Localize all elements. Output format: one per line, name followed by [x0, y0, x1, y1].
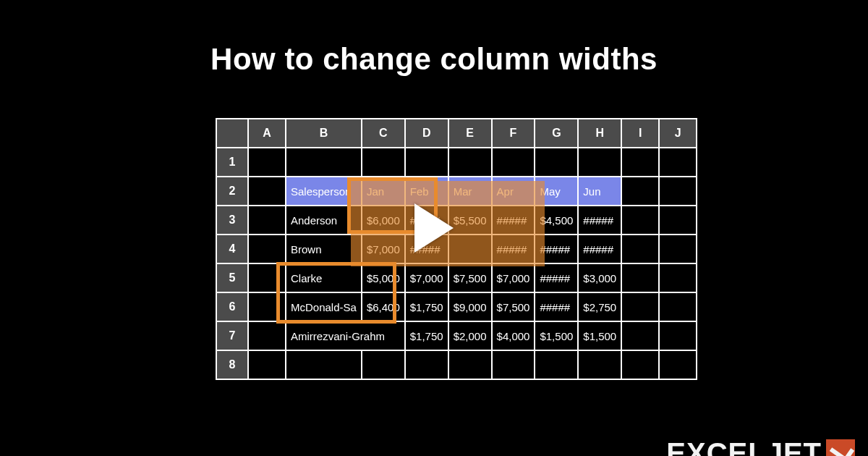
cell-salesperson[interactable]: McDonald-Sa	[286, 292, 362, 321]
cell[interactable]	[621, 206, 659, 235]
col-header-F[interactable]: F	[492, 119, 535, 148]
cell[interactable]	[362, 148, 405, 177]
cell-value[interactable]: $7,000	[405, 263, 448, 292]
col-header-B[interactable]: B	[286, 119, 362, 148]
cell[interactable]	[659, 263, 697, 292]
cell-salesperson[interactable]: Amirrezvani-Grahm	[286, 321, 362, 350]
cell-value[interactable]	[362, 321, 405, 350]
row-header-1[interactable]: 1	[216, 148, 248, 177]
cell[interactable]	[492, 148, 535, 177]
select-all-corner[interactable]	[216, 119, 248, 148]
cell[interactable]	[621, 350, 659, 379]
header-month[interactable]: May	[535, 177, 578, 206]
cell[interactable]	[621, 148, 659, 177]
cell-value[interactable]: $2,750	[578, 292, 621, 321]
cell[interactable]	[621, 292, 659, 321]
col-header-J[interactable]: J	[659, 119, 697, 148]
play-button[interactable]	[414, 203, 454, 253]
col-header-D[interactable]: D	[405, 119, 448, 148]
cell-value[interactable]: $2,000	[448, 321, 492, 350]
cell[interactable]	[448, 350, 492, 379]
cell-value[interactable]: #####	[535, 292, 578, 321]
row-header-7[interactable]: 7	[216, 321, 248, 350]
cell[interactable]	[248, 235, 286, 263]
cell[interactable]	[659, 350, 697, 379]
header-month[interactable]: Jan	[362, 177, 405, 206]
row-header-8[interactable]: 8	[216, 350, 248, 379]
cell[interactable]	[621, 177, 659, 206]
cell-value[interactable]: $7,000	[362, 235, 405, 263]
cell[interactable]	[578, 148, 621, 177]
row-header-4[interactable]: 4	[216, 235, 248, 263]
cell[interactable]	[621, 263, 659, 292]
col-header-G[interactable]: G	[535, 119, 578, 148]
cell-value[interactable]: $1,750	[405, 321, 448, 350]
col-header-H[interactable]: H	[578, 119, 621, 148]
cell[interactable]	[621, 321, 659, 350]
col-header-C[interactable]: C	[362, 119, 405, 148]
cell-value[interactable]: $5,500	[448, 206, 492, 235]
cell-value[interactable]: $3,000	[578, 263, 621, 292]
cell-value[interactable]: $7,500	[448, 263, 492, 292]
cell[interactable]	[448, 148, 492, 177]
cell[interactable]	[248, 292, 286, 321]
cell[interactable]	[362, 350, 405, 379]
cell[interactable]	[659, 292, 697, 321]
cell[interactable]	[535, 350, 578, 379]
row-header-2[interactable]: 2	[216, 177, 248, 206]
cell-value[interactable]: $9,000	[448, 292, 492, 321]
header-month[interactable]: Feb	[405, 177, 448, 206]
cell[interactable]	[248, 206, 286, 235]
col-header-I[interactable]: I	[621, 119, 659, 148]
cell-value[interactable]: #####	[492, 235, 535, 263]
cell[interactable]	[535, 148, 578, 177]
cell[interactable]	[248, 263, 286, 292]
cell[interactable]	[578, 350, 621, 379]
cell[interactable]	[248, 321, 286, 350]
cell-value[interactable]: $5,000	[362, 263, 405, 292]
cell-value[interactable]: #####	[578, 235, 621, 263]
cell[interactable]	[248, 177, 286, 206]
cell[interactable]	[286, 350, 362, 379]
cell[interactable]	[659, 321, 697, 350]
cell-value[interactable]: #####	[535, 235, 578, 263]
brand-logo: EXCELJET	[666, 437, 855, 456]
cell-value[interactable]: $1,750	[405, 292, 448, 321]
cell[interactable]	[248, 350, 286, 379]
cell-value[interactable]: $7,500	[492, 292, 535, 321]
row-header-6[interactable]: 6	[216, 292, 248, 321]
cell-salesperson[interactable]: Clarke	[286, 263, 362, 292]
cell-salesperson[interactable]: Anderson	[286, 206, 362, 235]
cell-value[interactable]: $6,000	[362, 206, 405, 235]
header-month[interactable]: Mar	[448, 177, 492, 206]
col-header-A[interactable]: A	[248, 119, 286, 148]
header-month[interactable]: Jun	[578, 177, 621, 206]
cell-value[interactable]: $4,500	[535, 206, 578, 235]
cell-value[interactable]: #####	[492, 206, 535, 235]
cell-salesperson[interactable]: Brown	[286, 235, 362, 263]
cell-value[interactable]: #####	[535, 263, 578, 292]
cell-value[interactable]: $4,000	[492, 321, 535, 350]
page-title: How to change column widths	[0, 0, 868, 77]
header-month[interactable]: Apr	[492, 177, 535, 206]
cell[interactable]	[659, 206, 697, 235]
row-header-5[interactable]: 5	[216, 263, 248, 292]
header-salesperson[interactable]: Salesperson	[286, 177, 362, 206]
cell-value[interactable]: $1,500	[578, 321, 621, 350]
cell[interactable]	[492, 350, 535, 379]
cell[interactable]	[659, 235, 697, 263]
cell[interactable]	[621, 235, 659, 263]
cell-value[interactable]: $7,000	[492, 263, 535, 292]
cell[interactable]	[286, 148, 362, 177]
cell[interactable]	[659, 177, 697, 206]
cell-value[interactable]	[448, 235, 492, 263]
cell-value[interactable]: #####	[578, 206, 621, 235]
cell[interactable]	[405, 148, 448, 177]
cell-value[interactable]: $6,400	[362, 292, 405, 321]
cell[interactable]	[248, 148, 286, 177]
col-header-E[interactable]: E	[448, 119, 492, 148]
cell[interactable]	[405, 350, 448, 379]
cell-value[interactable]: $1,500	[535, 321, 578, 350]
row-header-3[interactable]: 3	[216, 206, 248, 235]
cell[interactable]	[659, 148, 697, 177]
